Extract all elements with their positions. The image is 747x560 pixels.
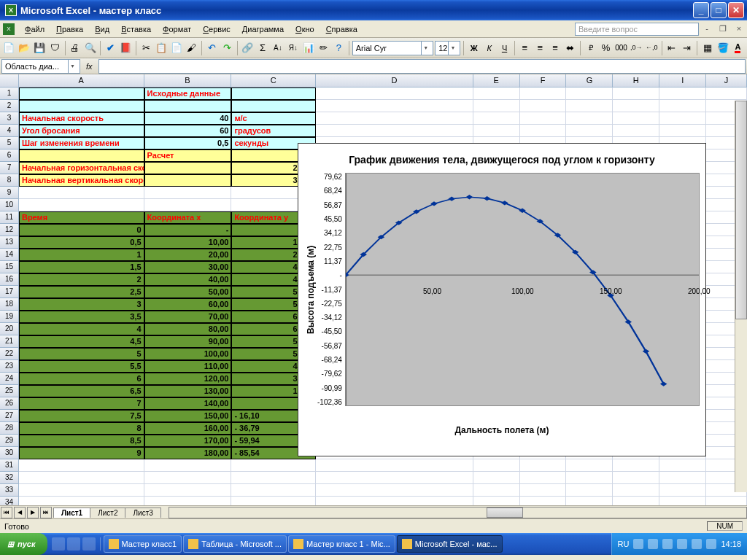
- cell[interactable]: [520, 112, 567, 125]
- row-header[interactable]: 1: [0, 88, 19, 100]
- cell[interactable]: [473, 125, 520, 137]
- row-header[interactable]: 26: [0, 397, 19, 410]
- cell[interactable]: 120,00: [144, 373, 232, 385]
- row-header[interactable]: 22: [0, 348, 19, 360]
- row-header[interactable]: 32: [0, 472, 19, 484]
- tab-nav-first[interactable]: ⏮: [1, 507, 12, 518]
- row-header[interactable]: 16: [0, 273, 19, 286]
- chart-icon[interactable]: 📊: [301, 40, 315, 56]
- col-header-E[interactable]: E: [473, 74, 520, 87]
- cell[interactable]: [473, 112, 520, 125]
- menu-вставка[interactable]: Вставка: [115, 23, 157, 36]
- save-icon[interactable]: 💾: [33, 40, 47, 56]
- minimize-button[interactable]: _: [693, 2, 709, 18]
- cell[interactable]: 30,00: [144, 261, 232, 273]
- chart-object[interactable]: График движения тела, движущегося под уг…: [298, 143, 706, 456]
- bold-button[interactable]: Ж: [467, 40, 481, 56]
- cell[interactable]: 1,5: [19, 261, 144, 273]
- borders-icon[interactable]: ▦: [700, 40, 714, 56]
- close-button[interactable]: ✕: [728, 2, 744, 18]
- doc-close-button[interactable]: ×: [734, 24, 744, 34]
- cell[interactable]: [613, 112, 659, 125]
- cell[interactable]: [613, 459, 659, 472]
- help-icon[interactable]: ?: [332, 40, 346, 56]
- drawing-icon[interactable]: ✏: [317, 40, 330, 56]
- cell[interactable]: [316, 100, 473, 112]
- cell[interactable]: Начальная скорость: [19, 112, 144, 125]
- cell[interactable]: [316, 112, 473, 125]
- col-header-G[interactable]: G: [566, 74, 613, 87]
- worksheet-grid[interactable]: ABCDEFGHIJ 1Исходные данные23Начальная с…: [0, 74, 747, 518]
- cell[interactable]: [659, 472, 706, 484]
- cell[interactable]: Исходные данные: [144, 88, 232, 100]
- indent-inc-icon[interactable]: ⇥: [680, 40, 694, 56]
- ql-ie-icon[interactable]: [52, 537, 65, 551]
- cell[interactable]: 4,5: [19, 335, 144, 348]
- cell[interactable]: 80,00: [144, 323, 232, 335]
- ql-desktop-icon[interactable]: [67, 537, 80, 551]
- print-icon[interactable]: 🖨: [68, 40, 82, 56]
- font-selector[interactable]: Arial Cyr▼: [352, 41, 433, 55]
- size-selector[interactable]: 12▼: [435, 41, 460, 55]
- col-header-H[interactable]: H: [613, 74, 659, 87]
- cell[interactable]: [566, 100, 613, 112]
- maximize-button[interactable]: □: [711, 2, 727, 18]
- menu-правка[interactable]: Правка: [50, 23, 89, 36]
- currency-icon[interactable]: ₽: [584, 40, 597, 56]
- cell[interactable]: [316, 497, 473, 505]
- menu-вид[interactable]: Вид: [89, 23, 115, 36]
- doc-minimize-button[interactable]: -: [702, 24, 712, 34]
- cell[interactable]: Расчет: [144, 149, 232, 162]
- menu-формат[interactable]: Формат: [157, 23, 197, 36]
- cell[interactable]: [316, 472, 473, 484]
- sheet-tab[interactable]: Лист2: [90, 508, 125, 518]
- menu-диаграмма[interactable]: Диаграмма: [236, 23, 290, 36]
- tray-icon[interactable]: [677, 539, 687, 549]
- cell[interactable]: 6,5: [19, 385, 144, 397]
- taskbar-task[interactable]: Таблица - Microsoft ...: [183, 535, 287, 553]
- cell[interactable]: 8,5: [19, 435, 144, 447]
- cell[interactable]: Начальная горизонтальная скорость: [19, 162, 144, 174]
- cell[interactable]: [19, 497, 144, 505]
- research-icon[interactable]: 📕: [119, 40, 133, 56]
- preview-icon[interactable]: 🔍: [83, 40, 97, 56]
- cell[interactable]: [659, 459, 706, 472]
- cell[interactable]: [144, 187, 232, 199]
- cell[interactable]: 140,00: [144, 397, 232, 410]
- align-right-icon[interactable]: ≡: [549, 40, 562, 56]
- cell[interactable]: [706, 88, 747, 100]
- cell[interactable]: [473, 484, 520, 497]
- paste-icon[interactable]: 📄: [169, 40, 183, 56]
- row-header[interactable]: 33: [0, 484, 19, 497]
- clock[interactable]: 14:18: [721, 540, 741, 548]
- tray-icon[interactable]: [648, 539, 658, 549]
- ask-question-box[interactable]: [575, 23, 699, 36]
- cell[interactable]: [19, 484, 144, 497]
- row-header[interactable]: 2: [0, 100, 19, 112]
- doc-restore-button[interactable]: ❐: [718, 24, 728, 34]
- cell[interactable]: [231, 472, 316, 484]
- taskbar-task[interactable]: Мастер класс 1 - Mic...: [288, 535, 395, 553]
- cell[interactable]: [520, 100, 567, 112]
- cell[interactable]: [520, 484, 567, 497]
- horizontal-scrollbar[interactable]: [169, 507, 747, 518]
- lang-indicator[interactable]: RU: [618, 540, 630, 548]
- percent-icon[interactable]: %: [599, 40, 613, 56]
- cell[interactable]: [613, 100, 659, 112]
- fx-label[interactable]: fx: [86, 62, 93, 71]
- row-header[interactable]: 9: [0, 187, 19, 199]
- chart-plot-area[interactable]: -50,00100,00150,00200,00: [345, 173, 700, 406]
- cell[interactable]: 3: [19, 298, 144, 311]
- row-header[interactable]: 29: [0, 435, 19, 447]
- cell[interactable]: [19, 459, 144, 472]
- open-icon[interactable]: 📂: [18, 40, 31, 56]
- cell[interactable]: Координата x: [144, 211, 232, 224]
- autosum-icon[interactable]: Σ: [256, 40, 270, 56]
- cell[interactable]: [659, 88, 706, 100]
- new-icon[interactable]: 📄: [2, 40, 16, 56]
- col-header-D[interactable]: D: [316, 74, 473, 87]
- cell[interactable]: [316, 125, 473, 137]
- formatpainter-icon[interactable]: 🖌: [185, 40, 198, 56]
- tray-icon[interactable]: [706, 539, 716, 549]
- cell[interactable]: [231, 100, 316, 112]
